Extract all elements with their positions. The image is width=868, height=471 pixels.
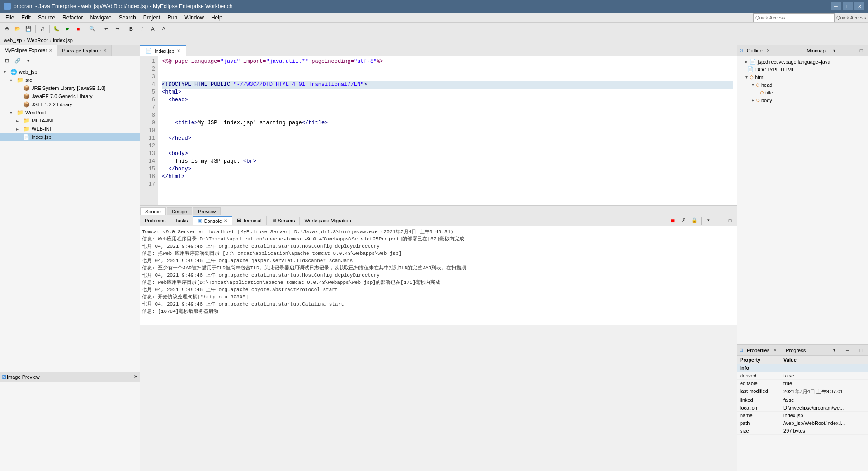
outline-close[interactable]: ✕ <box>766 48 770 53</box>
tree-item-web-inf[interactable]: ▸ 📁 WEB-INF <box>0 125 140 133</box>
properties-close[interactable]: ✕ <box>773 348 777 353</box>
console-menu-btn[interactable]: ▾ <box>703 216 713 226</box>
menu-edit[interactable]: Edit <box>18 14 34 22</box>
debug-button[interactable]: 🐛 <box>52 24 61 34</box>
tree-label-javaee: JavaEE 7.0 Generic Library <box>32 94 93 99</box>
tab-package-explorer[interactable]: Package Explorer ✕ <box>57 45 112 56</box>
close-button[interactable]: ✕ <box>854 2 864 10</box>
search-button[interactable]: 🔍 <box>87 24 97 34</box>
prop-key-last-modified: last modified <box>737 387 781 396</box>
console-close[interactable]: ✕ <box>224 218 227 223</box>
explorer-tabs: MyEclipse Explorer ✕ Package Explorer ✕ <box>0 45 140 56</box>
tab-design[interactable]: Design <box>167 207 192 215</box>
menu-project[interactable]: Project <box>140 14 164 22</box>
menu-search[interactable]: Search <box>115 14 140 22</box>
tree-item-webroot[interactable]: ▾ 📁 WebRoot <box>0 108 140 117</box>
tab-servers[interactable]: 🖥 Servers <box>267 217 300 225</box>
code-line-16: </html> <box>162 173 733 181</box>
undo-button[interactable]: ↩ <box>101 24 111 34</box>
scroll-lock-btn[interactable]: 🔒 <box>689 216 699 226</box>
image-preview-close[interactable]: ✕ <box>134 374 138 380</box>
properties-maximize-btn[interactable]: □ <box>856 345 866 355</box>
menu-window[interactable]: Window <box>181 14 208 22</box>
tree-item-web-jsp[interactable]: ▾ 🌐 web_jsp <box>0 68 140 76</box>
tab-console[interactable]: ▣ Console ✕ <box>193 216 232 225</box>
outline-menu-btn[interactable]: ▾ <box>829 46 839 56</box>
tree-item-index-jsp[interactable]: 📄 index.jsp <box>0 133 140 141</box>
outline-label-html: html <box>755 75 764 80</box>
view-menu-button[interactable]: ▾ <box>24 56 33 66</box>
maximize-console-btn[interactable]: □ <box>725 216 735 226</box>
editor-tab-label: index.jsp <box>155 48 174 54</box>
print-button[interactable]: 🖨 <box>38 24 47 34</box>
outline-maximize-btn[interactable]: □ <box>856 46 866 56</box>
folder-icon: 📁 <box>16 77 24 83</box>
clear-console-btn[interactable]: ✗ <box>679 216 689 226</box>
outline-item-html[interactable]: ▾ ◇ html <box>739 73 866 81</box>
properties-minimize-btn[interactable]: ─ <box>843 345 853 355</box>
stop-console-btn[interactable]: ■ <box>668 216 678 226</box>
menu-navigate[interactable]: Navigate <box>86 14 115 22</box>
stop-button[interactable]: ■ <box>73 24 83 34</box>
bc-part-2[interactable]: WebRoot <box>27 38 48 43</box>
bc-part-1[interactable]: web_jsp <box>4 38 22 43</box>
minimize-console-btn[interactable]: ─ <box>714 216 724 226</box>
outline-minimize-btn[interactable]: ─ <box>843 46 853 56</box>
tab-problems[interactable]: Problems <box>140 217 170 225</box>
menu-source[interactable]: Source <box>34 14 59 22</box>
tab-source[interactable]: Source <box>140 207 166 215</box>
editor-tab-index-jsp[interactable]: 📄 index.jsp ✕ <box>140 45 186 56</box>
outline-item-title[interactable]: ◇ title <box>739 89 866 96</box>
bold-button[interactable]: B <box>126 24 136 34</box>
redo-button[interactable]: ↪ <box>112 24 122 34</box>
tree-item-src[interactable]: ▾ 📁 src <box>0 76 140 84</box>
package-explorer-close[interactable]: ✕ <box>103 48 107 53</box>
menu-refactor[interactable]: Refactor <box>59 14 86 22</box>
outline-item-doctype[interactable]: 📄 DOCTYPE:HTML <box>739 66 866 73</box>
font-a-big[interactable]: A <box>148 24 158 34</box>
collapse-all-button[interactable]: ⊟ <box>2 56 12 66</box>
save-button[interactable]: 💾 <box>24 24 33 34</box>
tab-myeclipse-explorer[interactable]: MyEclipse Explorer ✕ <box>0 45 57 56</box>
tree-item-jre[interactable]: 📦 JRE System Library [JavaSE-1.8] <box>0 84 140 92</box>
open-button[interactable]: 📂 <box>13 24 23 34</box>
code-content[interactable]: <%@ page language="java" import="java.ut… <box>158 56 737 205</box>
tree-item-javaee[interactable]: 📦 JavaEE 7.0 Generic Library <box>0 92 140 100</box>
outline-label-doctype: DOCTYPE:HTML <box>755 67 794 72</box>
myeclipse-explorer-close[interactable]: ✕ <box>49 48 52 53</box>
link-with-editor-button[interactable]: 🔗 <box>13 56 23 66</box>
tree-item-meta-inf[interactable]: ▸ 📁 META-INF <box>0 117 140 125</box>
title-icon: ◇ <box>760 89 764 95</box>
tab-workspace-migration[interactable]: Workspace Migration <box>300 217 356 225</box>
tab-preview[interactable]: Preview <box>193 207 221 215</box>
italic-button[interactable]: I <box>137 24 147 34</box>
outline-label-jsp-directive: jsp:directive.page language=java <box>758 59 830 65</box>
folder-icon: 📁 <box>16 109 24 116</box>
menu-help[interactable]: Help <box>208 14 226 22</box>
tab-tasks[interactable]: Tasks <box>170 217 193 225</box>
properties-menu-btn[interactable]: ▾ <box>829 345 839 355</box>
code-line-12 <box>162 142 733 150</box>
menu-file[interactable]: File <box>2 14 18 22</box>
outline-item-body[interactable]: ▸ ◇ body <box>739 96 866 104</box>
tree-label-webroot: WebRoot <box>25 110 46 115</box>
bc-part-3[interactable]: index.jsp <box>53 38 72 43</box>
outline-item-jsp-directive[interactable]: ▸ 📄 jsp:directive.page language=java <box>739 58 866 66</box>
toolbar-sep-3 <box>85 25 85 33</box>
quick-access-input[interactable] <box>753 13 835 22</box>
font-a-small[interactable]: A <box>159 24 169 34</box>
tab-terminal[interactable]: ⊞ Terminal <box>232 216 267 225</box>
project-icon: 🌐 <box>10 69 17 75</box>
code-editor[interactable]: 12345 678910 1112131415 1617 <%@ page la… <box>140 56 737 205</box>
tree-item-jstl[interactable]: 📦 JSTL 1.2.2 Library <box>0 100 140 108</box>
maximize-button[interactable]: □ <box>843 2 853 10</box>
prop-val-linked: false <box>781 396 868 404</box>
prop-row-linked: linked false <box>737 396 868 404</box>
bc-sep-2: › <box>50 38 52 43</box>
run-button[interactable]: ▶ <box>62 24 72 34</box>
editor-tab-close[interactable]: ✕ <box>177 48 180 53</box>
menu-run[interactable]: Run <box>164 14 181 22</box>
minimize-button[interactable]: ─ <box>831 2 841 10</box>
outline-item-head[interactable]: ▾ ◇ head <box>739 81 866 89</box>
new-button[interactable]: ⊕ <box>2 24 12 34</box>
